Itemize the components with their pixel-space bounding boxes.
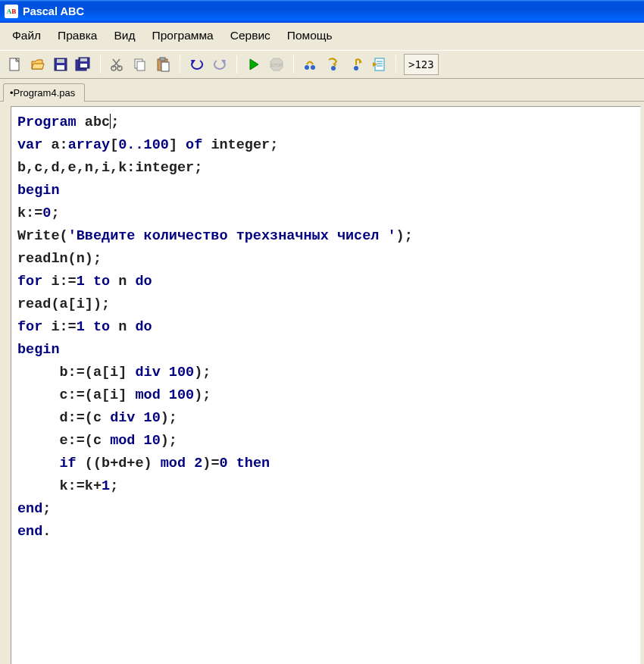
stop-icon: STOP bbox=[269, 57, 284, 72]
code-text bbox=[161, 387, 169, 403]
code-text: end bbox=[17, 524, 42, 540]
code-text bbox=[135, 433, 143, 449]
redo-button[interactable] bbox=[209, 54, 230, 75]
code-text: 100 bbox=[169, 387, 194, 403]
code-text: n bbox=[110, 319, 135, 335]
copy-icon bbox=[133, 57, 148, 72]
code-text: Write( bbox=[17, 228, 68, 244]
svg-rect-9 bbox=[80, 58, 87, 61]
paste-button[interactable] bbox=[152, 54, 174, 75]
editor-container: Program abc; var a:array[0..100] of inte… bbox=[0, 102, 644, 664]
svg-point-29 bbox=[354, 66, 358, 70]
breakpoint-icon bbox=[371, 57, 386, 72]
code-text: do bbox=[135, 274, 152, 290]
code-text: if bbox=[60, 456, 77, 471]
menu-file[interactable]: Файл bbox=[5, 26, 50, 45]
app-icon: AB bbox=[5, 5, 18, 18]
save-all-button[interactable] bbox=[73, 54, 94, 75]
code-text bbox=[85, 319, 93, 335]
open-folder-icon bbox=[30, 57, 45, 72]
code-text: ; bbox=[51, 205, 59, 221]
code-text: mod bbox=[135, 387, 160, 403]
menu-bar: Файл Правка Вид Программа Сервис Помощь bbox=[0, 23, 644, 50]
svg-marker-22 bbox=[250, 59, 258, 70]
svg-rect-16 bbox=[137, 61, 145, 70]
tab-program4[interactable]: •Program4.pas bbox=[3, 83, 85, 102]
separator bbox=[395, 55, 396, 74]
window-title: Pascal ABC bbox=[23, 5, 84, 17]
clipboard-icon bbox=[155, 57, 170, 72]
code-text bbox=[186, 456, 194, 471]
code-text: ); bbox=[396, 228, 413, 244]
code-editor[interactable]: Program abc; var a:array[0..100] of inte… bbox=[11, 106, 641, 664]
menu-edit[interactable]: Правка bbox=[50, 26, 106, 45]
svg-rect-19 bbox=[161, 62, 169, 71]
code-text: div bbox=[135, 365, 160, 381]
svg-marker-3 bbox=[32, 64, 44, 69]
code-text: div bbox=[110, 410, 135, 426]
code-text: c:=(a[i] bbox=[17, 387, 135, 403]
tab-strip: •Program4.pas bbox=[0, 79, 644, 102]
separator bbox=[180, 55, 180, 74]
stop-button[interactable]: STOP bbox=[266, 54, 287, 75]
code-text: n bbox=[110, 274, 135, 290]
code-text: e:=(c bbox=[17, 433, 110, 449]
code-text: ); bbox=[194, 365, 211, 381]
new-file-icon bbox=[8, 57, 23, 72]
code-text bbox=[85, 274, 93, 290]
code-text: ); bbox=[161, 410, 177, 426]
code-text: 0 bbox=[220, 456, 228, 471]
goto-line-button[interactable]: >123 bbox=[404, 54, 439, 75]
breakpoint-button[interactable] bbox=[368, 54, 389, 75]
step-out-button[interactable] bbox=[345, 54, 367, 75]
code-text: 0..100 bbox=[118, 137, 169, 153]
svg-point-27 bbox=[331, 66, 336, 70]
copy-button[interactable] bbox=[130, 54, 151, 75]
code-text: 'Введите количество трехзначных чисел ' bbox=[68, 228, 396, 244]
code-text: 1 bbox=[102, 478, 110, 494]
save-button[interactable] bbox=[50, 54, 71, 75]
undo-button[interactable] bbox=[186, 54, 208, 75]
code-text bbox=[17, 456, 60, 471]
menu-view[interactable]: Вид bbox=[106, 26, 144, 45]
svg-point-26 bbox=[311, 65, 315, 70]
step-into-icon bbox=[326, 57, 341, 72]
code-text: mod bbox=[161, 456, 186, 471]
run-button[interactable] bbox=[243, 54, 264, 75]
separator bbox=[100, 55, 101, 74]
step-over-button[interactable] bbox=[300, 54, 321, 75]
code-text: Program bbox=[17, 114, 77, 130]
code-text: 1 bbox=[77, 319, 85, 335]
open-file-button[interactable] bbox=[27, 54, 48, 75]
code-text: then bbox=[236, 456, 270, 471]
cut-button[interactable] bbox=[107, 54, 128, 75]
new-file-button[interactable] bbox=[5, 54, 26, 75]
menu-program[interactable]: Программа bbox=[145, 26, 223, 45]
floppy-multi-icon bbox=[75, 57, 92, 72]
code-text: b:=(a[i] bbox=[17, 365, 135, 381]
step-out-icon bbox=[349, 57, 364, 72]
code-text: of bbox=[186, 137, 202, 153]
svg-rect-5 bbox=[57, 59, 64, 63]
separator bbox=[293, 55, 294, 74]
menu-help[interactable]: Помощь bbox=[280, 26, 342, 45]
code-text: array bbox=[68, 137, 111, 153]
undo-icon bbox=[189, 58, 205, 71]
scissors-icon bbox=[110, 57, 125, 72]
code-text: var bbox=[17, 137, 42, 153]
code-text: )= bbox=[202, 456, 219, 471]
code-text: readln(n); bbox=[17, 251, 102, 267]
step-over-icon bbox=[302, 57, 319, 72]
floppy-icon bbox=[53, 57, 68, 72]
svg-rect-6 bbox=[57, 65, 64, 70]
code-text: ; bbox=[110, 478, 118, 494]
code-text: begin bbox=[17, 342, 60, 358]
code-text: k:=k+ bbox=[17, 478, 102, 494]
code-text: . bbox=[42, 524, 51, 540]
code-text: 10 bbox=[144, 410, 161, 426]
menu-service[interactable]: Сервис bbox=[223, 26, 280, 45]
code-text: abc bbox=[77, 114, 110, 130]
code-text: i:= bbox=[42, 274, 76, 290]
step-into-button[interactable] bbox=[323, 54, 344, 75]
code-text bbox=[135, 410, 143, 426]
